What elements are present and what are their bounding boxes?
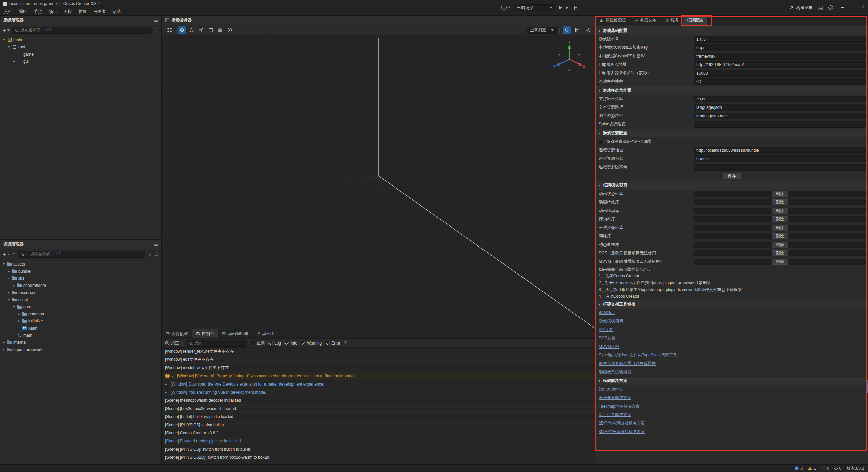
log-filter-checkbox[interactable]: Log (268, 341, 281, 346)
section-language-config[interactable]: 游戏多语言配置 (595, 86, 868, 95)
filter-icon[interactable] (147, 252, 152, 256)
log-row[interactable]: [Scene] [PHYSICS]: switch from builtin t… (162, 445, 595, 453)
pivot-toggle-button[interactable] (225, 26, 234, 34)
scale-tool-button[interactable] (197, 26, 205, 34)
close-button[interactable] (861, 6, 865, 10)
doc-link[interactable]: Excel格式转Json文件与TypeScript代码工具 (599, 352, 677, 358)
log-row[interactable]: [Window] [Vue warn]: Property "onInput" … (162, 372, 595, 380)
build-publish-button[interactable]: 构建发布 (789, 5, 812, 11)
status-messages[interactable]: 3 (795, 466, 803, 471)
menu-item[interactable]: 编辑 (16, 8, 31, 15)
log-filter-checkbox[interactable]: Info (284, 341, 297, 346)
expand-chevron-icon[interactable]: ▾ (12, 305, 16, 309)
asset-node[interactable]: ▸ resources (0, 289, 161, 296)
expand-chevron-icon[interactable]: ▾ (7, 45, 11, 49)
log-row[interactable]: [Window] You are running Vue in developm… (162, 388, 595, 396)
section-solutions[interactable]: 框架解决方案 (595, 376, 868, 385)
menu-item[interactable]: 帮助 (109, 8, 124, 15)
delete-module-button[interactable]: 删除 (772, 208, 788, 214)
doc-link[interactable]: 动画状态机编辑器 (599, 369, 631, 375)
tab-animation-graph[interactable]: 动画图 (252, 329, 278, 338)
axis-gizmo[interactable]: Y X Z (551, 40, 588, 78)
console-log-list[interactable]: [Window] render_texture文件夹不存在 [Window] e… (162, 348, 595, 465)
rect-tool-button[interactable] (206, 26, 215, 34)
field-input[interactable] (694, 121, 866, 128)
log-row[interactable]: [Window] ecs文件夹不存在 (162, 356, 595, 364)
asset-node[interactable]: ▾ assets (0, 260, 161, 268)
refresh-icon[interactable] (154, 252, 158, 256)
delete-module-button[interactable]: 删除 (772, 259, 788, 265)
log-row[interactable]: [Scene] [box2d]:box2d wasm lib loaded. (162, 405, 595, 413)
hierarchy-node[interactable]: ▾ main (0, 36, 161, 43)
doc-link[interactable]: 游戏模板项目 (599, 318, 623, 324)
section-resource-config[interactable]: 游戏资源配置 (595, 129, 868, 137)
save-button[interactable]: 保存 (723, 173, 741, 179)
clear-console-button[interactable]: 清空 (165, 340, 179, 346)
scene-settings-button[interactable] (584, 26, 592, 34)
expand-chevron-icon[interactable]: ▸ (17, 319, 21, 323)
menu-item[interactable]: 项目 (45, 8, 60, 15)
solution-link[interactable]: 全栈开发解决方案 (599, 395, 631, 401)
expand-chevron-icon[interactable]: ▸ (12, 59, 16, 63)
assets-search-input[interactable]: 搜索名称或 UUID (18, 251, 145, 258)
hierarchy-node[interactable]: ▸ gui (0, 58, 161, 65)
log-row[interactable]: [Scene] [PHYSICS2D]: switch from box2d-w… (162, 453, 595, 461)
scene-light-toggle-button[interactable] (563, 26, 571, 34)
section-basic-config[interactable]: 游戏基础配置 (595, 26, 868, 35)
regex-checkbox[interactable]: 正则 (251, 340, 265, 346)
tab-property-inspector[interactable]: 属性检查器 (595, 16, 630, 25)
doc-link[interactable]: ECS文档 (599, 335, 615, 341)
minimize-button[interactable] (841, 7, 844, 8)
asset-node[interactable]: ▸ common (0, 310, 161, 317)
menu-item[interactable]: 开发者 (90, 8, 109, 15)
solution-link[interactable]: 3D角色扮演游戏解决方案 (599, 429, 645, 435)
hierarchy-search-input[interactable]: 搜索名称或 UUID (12, 27, 152, 34)
expand-chevron-icon[interactable]: ▸ (7, 269, 11, 273)
delete-module-button[interactable]: 删除 (772, 225, 788, 231)
log-row[interactable]: [Scene] Forward render pipeline initiali… (162, 437, 595, 445)
menu-item[interactable]: 文件 (1, 8, 16, 15)
create-node-button[interactable]: + (3, 28, 10, 32)
asset-node[interactable]: main (0, 332, 161, 339)
panel-menu-icon[interactable] (154, 243, 158, 246)
panel-menu-icon[interactable] (154, 19, 158, 22)
status-warnings[interactable]: 1 (808, 466, 816, 471)
expand-chevron-icon[interactable]: ▾ (7, 298, 11, 301)
expand-chevron-icon[interactable]: ▸ (2, 340, 6, 344)
log-row[interactable]: [Scene] [PHYSICS]: using builtin. (162, 421, 595, 429)
expand-chevron-icon[interactable]: ▸ (2, 348, 6, 351)
scene-grid-toggle-button[interactable] (573, 26, 581, 34)
expand-chevron-icon[interactable]: ▾ (2, 38, 6, 42)
doc-link[interactable]: 原生包热更新配置自动生成插件 (599, 361, 656, 367)
tab-service[interactable]: 服务 (660, 16, 683, 25)
current-scene-select[interactable]: 当前场景 (514, 4, 555, 11)
solution-link[interactable]: 战棋游戏框架 (599, 387, 623, 392)
expand-chevron-icon[interactable]: ▸ (12, 283, 16, 287)
preview-image-icon[interactable] (818, 6, 823, 10)
tab-animation-editor[interactable]: 动画编辑器 (218, 329, 252, 338)
menu-item[interactable]: 面板 (60, 8, 75, 15)
world-space-toggle-button[interactable] (216, 26, 224, 34)
asset-node[interactable]: ▸ internal (0, 339, 161, 346)
expand-chevron-icon[interactable]: ▸ (17, 312, 21, 316)
tab-build-publish[interactable]: 构建发布 (630, 16, 660, 25)
field-input[interactable]: zh,en (694, 96, 866, 102)
play-button[interactable] (559, 6, 562, 10)
section-doc-links[interactable]: 框架文档工具链接 (595, 300, 868, 309)
console-search-input[interactable]: 搜索 (186, 340, 247, 347)
asset-node[interactable]: ▸ oops-framework (0, 346, 161, 353)
field-input[interactable]: bundle (694, 155, 866, 162)
preview-target-button[interactable] (501, 6, 511, 10)
view-mode-select[interactable]: 正常浏览 (527, 27, 557, 34)
delete-module-button[interactable]: 删除 (772, 216, 788, 222)
asset-node[interactable]: ▸ initialize (0, 317, 161, 324)
log-row[interactable]: [Scene] Cocos Creator v3.8.2 (162, 429, 595, 437)
field-input[interactable]: 1.0.5 (694, 36, 866, 43)
expand-arrow-icon[interactable] (172, 374, 175, 378)
delete-module-button[interactable]: 删除 (772, 250, 788, 256)
layout-button[interactable] (573, 6, 577, 10)
asset-node[interactable]: ▸ seedrandom (0, 282, 161, 289)
solution-link[interactable]: Tiledmap地图解决方案 (599, 404, 640, 409)
expand-arrow-icon[interactable] (165, 390, 169, 394)
asset-node[interactable]: ▾ script (0, 296, 161, 303)
